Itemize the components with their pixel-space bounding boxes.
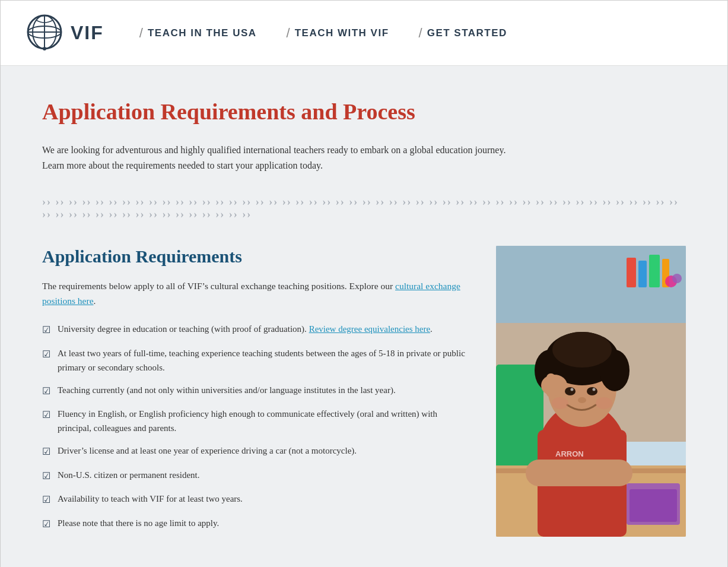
intro-para-2: Learn more about the requirements needed…	[42, 160, 323, 170]
section-intro-text: The requirements below apply to all of V…	[42, 281, 393, 291]
svg-rect-26	[526, 460, 632, 486]
nav-teach-usa[interactable]: / TEACH IN THE USA	[139, 26, 257, 41]
svg-rect-10	[638, 261, 647, 287]
check-icon-7: ☑	[42, 492, 50, 508]
nav-slash-2: /	[287, 26, 290, 41]
svg-point-39	[578, 397, 586, 403]
photo-svg: ARRON	[496, 246, 686, 537]
chevron-divider: ›› ›› ›› ›› ›› ›› ›› ›› ›› ›› ›› ›› ›› ›…	[42, 196, 686, 221]
page-wrapper: VIF / TEACH IN THE USA / TEACH WITH VIF …	[0, 0, 728, 567]
svg-point-40	[552, 397, 568, 409]
check-icon-1: ☑	[42, 322, 50, 338]
svg-rect-20	[630, 489, 677, 522]
check-icon-8: ☑	[42, 517, 50, 532]
vif-logo-globe	[24, 13, 65, 53]
svg-point-35	[565, 387, 576, 395]
svg-rect-9	[627, 258, 636, 287]
req-text-3: Teaching currently (and not only within …	[58, 383, 396, 397]
req-text-1: University degree in education or teachi…	[58, 322, 433, 336]
svg-rect-16	[496, 365, 543, 471]
list-item: ☑ University degree in education or teac…	[42, 322, 472, 338]
degree-equivalencies-link[interactable]: Review degree equivalencies here	[309, 324, 430, 334]
check-icon-3: ☑	[42, 384, 50, 399]
main-nav: / TEACH IN THE USA / TEACH WITH VIF / GE…	[139, 26, 704, 41]
svg-point-32	[552, 332, 612, 368]
check-icon-4: ☑	[42, 407, 50, 423]
list-item: ☑ Please note that there is no age limit…	[42, 516, 472, 532]
requirements-section: Application Requirements The requirement…	[42, 246, 686, 540]
req-text-5: Driver’s license and at least one year o…	[58, 444, 357, 458]
photo-image: ARRON	[496, 246, 686, 537]
nav-label-get-started: GET STARTED	[427, 27, 507, 39]
section-intro: The requirements below apply to all of V…	[42, 279, 472, 309]
intro-para-1: We are looking for adventurous and highl…	[42, 145, 506, 155]
svg-text:ARRON: ARRON	[555, 449, 584, 458]
list-item: ☑ Fluency in English, or English profici…	[42, 407, 472, 435]
list-item: ☑ At least two years of full-time, teach…	[42, 346, 472, 375]
req-text-7: Availability to teach with VIF for at le…	[58, 492, 243, 506]
nav-label-teach-vif: TEACH WITH VIF	[295, 27, 389, 39]
svg-point-38	[593, 388, 596, 391]
main-content: Application Requirements and Process We …	[1, 66, 727, 567]
nav-slash-1: /	[139, 26, 143, 41]
list-item: ☑ Driver’s license and at least one year…	[42, 444, 472, 460]
nav-teach-vif[interactable]: / TEACH WITH VIF	[287, 26, 389, 41]
svg-rect-34	[546, 373, 555, 397]
intro-text: We are looking for adventurous and highl…	[42, 142, 683, 174]
site-header: VIF / TEACH IN THE USA / TEACH WITH VIF …	[1, 1, 727, 66]
svg-point-37	[571, 388, 574, 391]
check-icon-6: ☑	[42, 468, 50, 484]
check-icon-5: ☑	[42, 444, 50, 460]
nav-get-started[interactable]: / GET STARTED	[419, 26, 507, 41]
list-item: ☑ Non-U.S. citizen or permanent resident…	[42, 468, 472, 484]
logo-text-vif: VIF	[71, 22, 104, 44]
svg-point-36	[587, 387, 597, 395]
svg-point-41	[596, 397, 612, 409]
requirements-text: Application Requirements The requirement…	[42, 246, 472, 540]
req-text-8: Please note that there is no age limit t…	[58, 516, 219, 530]
section-intro-period: .	[94, 296, 96, 306]
nav-slash-3: /	[419, 26, 422, 41]
req-text-4: Fluency in English, or English proficien…	[58, 407, 472, 435]
chevron-pattern: ›› ›› ›› ›› ›› ›› ›› ›› ›› ›› ›› ›› ›› ›…	[42, 196, 686, 221]
list-item: ☑ Teaching currently (and not only withi…	[42, 383, 472, 399]
section-title: Application Requirements	[42, 246, 472, 267]
page-title: Application Requirements and Process	[42, 99, 686, 126]
requirements-list: ☑ University degree in education or teac…	[42, 322, 472, 532]
list-item: ☑ Availability to teach with VIF for at …	[42, 492, 472, 508]
classroom-photo: ARRON	[496, 246, 686, 537]
req-text-6: Non-U.S. citizen or permanent resident.	[58, 468, 200, 482]
nav-label-teach-usa: TEACH IN THE USA	[148, 27, 257, 39]
svg-point-14	[672, 274, 682, 283]
logo-area[interactable]: VIF	[24, 13, 104, 53]
svg-rect-11	[649, 255, 660, 287]
req-text-2: At least two years of full-time, teachin…	[58, 346, 472, 375]
check-icon-2: ☑	[42, 347, 50, 362]
